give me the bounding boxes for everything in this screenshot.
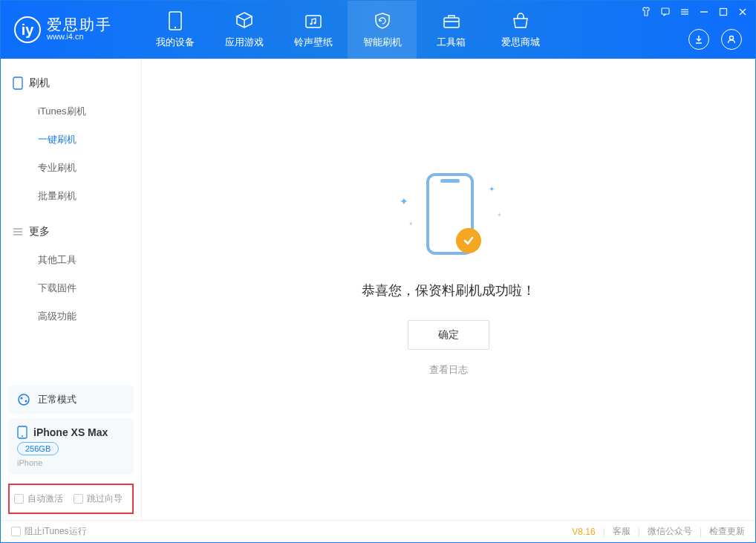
list-icon <box>13 227 23 237</box>
svg-rect-5 <box>444 18 459 27</box>
svg-point-20 <box>19 394 29 405</box>
logo-icon: iy <box>14 16 41 43</box>
download-icon[interactable] <box>688 29 709 50</box>
checkbox-icon <box>14 494 24 504</box>
svg-rect-12 <box>720 9 727 16</box>
device-mode-card[interactable]: 正常模式 <box>8 386 134 414</box>
sidebar-item-download-firmware[interactable]: 下载固件 <box>1 274 141 302</box>
sidebar: 刷机 iTunes刷机 一键刷机 专业刷机 批量刷机 更多 其他工具 下载固件 … <box>1 59 142 520</box>
sidebar-item-itunes-flash[interactable]: iTunes刷机 <box>1 97 141 126</box>
checkbox-block-itunes[interactable]: 阻止iTunes运行 <box>11 525 87 538</box>
device-info-card[interactable]: iPhone XS Max 256GB iPhone <box>8 418 134 475</box>
svg-rect-7 <box>662 8 669 14</box>
check-icon <box>456 228 481 253</box>
music-folder-icon <box>304 10 322 31</box>
app-header: iy 爱思助手 www.i4.cn 我的设备 应用游戏 铃声壁纸 智能刷机 工具… <box>1 1 755 59</box>
svg-rect-2 <box>306 16 321 27</box>
sidebar-item-oneclick-flash[interactable]: 一键刷机 <box>1 126 141 154</box>
svg-point-22 <box>25 400 27 403</box>
tab-ring-wallpaper[interactable]: 铃声壁纸 <box>278 1 348 59</box>
checkbox-auto-activate[interactable]: 自动激活 <box>14 492 63 505</box>
menu-icon[interactable] <box>678 5 691 19</box>
store-icon <box>511 10 530 31</box>
tab-smart-flash[interactable]: 智能刷机 <box>348 1 417 59</box>
ok-button[interactable]: 确定 <box>408 320 489 350</box>
maximize-icon[interactable] <box>717 5 730 19</box>
check-update-link[interactable]: 检查更新 <box>709 525 745 538</box>
tab-apps-games[interactable]: 应用游戏 <box>209 1 278 59</box>
success-illustration: ✦ ✦ ✦ ✦ <box>389 173 508 262</box>
main-content: ✦ ✦ ✦ ✦ 恭喜您，保资料刷机成功啦！ 确定 查看日志 <box>142 59 755 520</box>
app-title: 爱思助手 <box>47 17 112 32</box>
checkbox-skip-guide[interactable]: 跳过向导 <box>74 492 123 505</box>
tab-my-device[interactable]: 我的设备 <box>140 1 209 59</box>
sidebar-item-batch-flash[interactable]: 批量刷机 <box>1 182 141 210</box>
svg-point-24 <box>22 435 23 437</box>
device-type: iPhone <box>17 458 125 467</box>
device-phone-icon <box>17 426 27 439</box>
svg-point-1 <box>174 27 175 28</box>
success-message: 恭喜您，保资料刷机成功啦！ <box>362 282 535 299</box>
checkbox-highlight-row: 自动激活 跳过向导 <box>8 484 134 514</box>
cube-icon <box>235 10 254 31</box>
svg-point-15 <box>730 36 734 40</box>
user-icon[interactable] <box>721 29 742 50</box>
svg-rect-16 <box>13 77 22 89</box>
sidebar-item-advanced[interactable]: 高级功能 <box>1 302 141 331</box>
app-subtitle: www.i4.cn <box>47 32 112 42</box>
minimize-icon[interactable] <box>697 5 711 19</box>
view-log-link[interactable]: 查看日志 <box>429 363 468 377</box>
refresh-shield-icon <box>373 10 392 31</box>
svg-point-3 <box>310 23 312 25</box>
footer: 阻止iTunes运行 V8.16 | 客服 | 微信公众号 | 检查更新 <box>1 520 755 542</box>
device-storage-badge: 256GB <box>17 442 59 455</box>
version-label: V8.16 <box>572 527 595 537</box>
phone-icon <box>13 77 23 90</box>
sidebar-item-pro-flash[interactable]: 专业刷机 <box>1 154 141 182</box>
svg-point-21 <box>21 397 23 400</box>
device-icon <box>169 10 182 31</box>
tab-toolbox[interactable]: 工具箱 <box>417 1 486 59</box>
logo-area: iy 爱思助手 www.i4.cn <box>1 16 126 43</box>
sidebar-group-more: 更多 <box>1 218 141 246</box>
mode-icon <box>17 393 30 406</box>
window-controls <box>639 5 749 19</box>
feedback-icon[interactable] <box>659 5 672 19</box>
support-link[interactable]: 客服 <box>613 525 630 538</box>
sidebar-item-other-tools[interactable]: 其他工具 <box>1 246 141 274</box>
svg-point-4 <box>313 22 316 25</box>
sidebar-group-flash: 刷机 <box>1 69 141 97</box>
device-name-text: iPhone XS Max <box>33 426 108 438</box>
skin-icon[interactable] <box>639 5 653 19</box>
header-right-icons <box>688 29 742 50</box>
nav-tabs: 我的设备 应用游戏 铃声壁纸 智能刷机 工具箱 爱思商城 <box>140 1 555 59</box>
checkbox-icon <box>74 494 83 504</box>
wechat-link[interactable]: 微信公众号 <box>648 525 692 538</box>
toolbox-icon <box>442 10 461 31</box>
close-icon[interactable] <box>736 5 749 19</box>
checkbox-icon <box>11 527 21 536</box>
tab-store[interactable]: 爱思商城 <box>486 1 555 59</box>
